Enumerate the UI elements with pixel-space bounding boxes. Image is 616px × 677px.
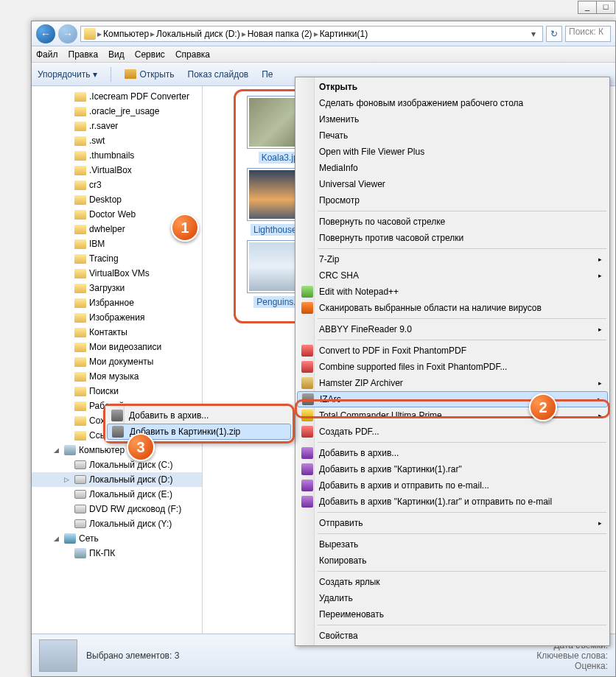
back-button[interactable]: ← <box>36 24 55 43</box>
context-menu-item[interactable]: Hamster ZIP Archiver▸ <box>297 375 608 391</box>
drive-icon <box>74 490 86 499</box>
folder-icon <box>74 239 86 249</box>
context-menu-item[interactable]: Повернуть по часовой стрелке <box>297 214 608 230</box>
tree-item[interactable]: Загрузки <box>32 281 202 295</box>
tree-item[interactable]: Локальный диск (E:) <box>32 487 202 502</box>
maximize-button[interactable]: □ <box>596 1 615 14</box>
refresh-button[interactable]: ↻ <box>546 26 562 42</box>
tree-label: Компьютер <box>79 445 125 455</box>
tree-item[interactable]: .oracle_jre_usage <box>32 104 202 119</box>
context-menu-item[interactable]: Combine supported files in Foxit Phantom… <box>297 359 608 375</box>
selection-count: Выбрано элементов: 3 <box>86 650 179 661</box>
tree-item[interactable]: Изображения <box>32 310 202 325</box>
context-menu-item[interactable]: Добавить в архив "Картинки(1).rar" и отп… <box>297 494 608 510</box>
breadcrumb-dropdown[interactable]: ▾ <box>528 29 539 39</box>
tree-item[interactable]: Локальный диск (Y:) <box>32 516 202 531</box>
menu-item-icon <box>301 302 313 314</box>
context-menu-item[interactable]: Создать ярлык <box>297 574 608 590</box>
tree-item[interactable]: .thumbnails <box>32 148 202 163</box>
search-input[interactable]: Поиск: К <box>565 26 611 42</box>
menu-item-label: Изменить <box>319 114 359 124</box>
context-menu-item[interactable]: Open with File Viewer Plus <box>297 144 608 160</box>
organize-button[interactable]: Упорядочить ▾ <box>38 69 97 80</box>
menu-separator <box>318 211 606 211</box>
menu-file[interactable]: Файл <box>36 49 58 60</box>
tree-item[interactable]: .swt <box>32 133 202 148</box>
context-menu-item[interactable]: Universal Viewer <box>297 176 608 192</box>
breadcrumb[interactable]: ▸ Компьютер ▸ Локальный диск (D:) ▸ Нова… <box>80 26 543 42</box>
tree-item[interactable]: ◢Сеть <box>32 531 202 546</box>
context-menu-item[interactable]: Сделать фоновым изображением рабочего ст… <box>297 95 608 111</box>
tree-item[interactable]: Мои документы <box>32 354 202 369</box>
context-menu-item[interactable]: IZArc▸ <box>297 391 608 407</box>
tree-label: Загрузки <box>89 283 125 293</box>
menu-edit[interactable]: Правка <box>69 49 99 60</box>
tree-item[interactable]: Контакты <box>32 325 202 340</box>
tree-label: .swt <box>89 136 105 146</box>
breadcrumb-sep: ▸ <box>314 29 318 39</box>
breadcrumb-item[interactable]: Картинки(1) <box>320 29 368 39</box>
context-menu-item[interactable]: Повернуть против часовой стрелки <box>297 230 608 246</box>
context-menu-item[interactable]: Просмотр <box>297 192 608 208</box>
forward-button[interactable]: → <box>58 24 77 43</box>
tree-item[interactable]: cr3 <box>32 178 202 192</box>
context-menu-item[interactable]: Создать PDF... <box>297 424 608 440</box>
tree-item[interactable]: VirtualBox VMs <box>32 266 202 281</box>
context-menu-item[interactable]: Изменить <box>297 111 608 127</box>
context-menu-item[interactable]: Вырезать <box>297 536 608 553</box>
context-menu-item[interactable]: Edit with Notepad++ <box>297 284 608 300</box>
context-menu-item[interactable]: Сканировать выбранные области на наличие… <box>297 300 608 316</box>
tree-item[interactable]: .VirtualBox <box>32 163 202 178</box>
tree-item[interactable]: Локальный диск (C:) <box>32 457 202 472</box>
context-menu-item[interactable]: Удалить <box>297 590 608 606</box>
context-menu-item[interactable]: 7-Zip▸ <box>297 251 608 267</box>
tree-item[interactable]: .r.saver <box>32 119 202 133</box>
open-icon <box>125 69 136 79</box>
tree-item[interactable]: Мои видеозаписи <box>32 340 202 354</box>
context-menu-item[interactable]: Печать <box>297 127 608 144</box>
breadcrumb-item[interactable]: Компьютер <box>103 29 149 39</box>
menu-view[interactable]: Вид <box>108 49 125 60</box>
folder-icon <box>74 107 86 116</box>
context-menu-item[interactable]: Добавить в архив "Картинки(1).rar" <box>297 461 608 477</box>
context-menu-item[interactable]: Convert to PDF in Foxit PhantomPDF <box>297 343 608 359</box>
tree-item[interactable]: ◢Компьютер <box>32 443 202 457</box>
tree-item[interactable]: Tracing <box>32 251 202 266</box>
breadcrumb-item[interactable]: Новая папка (2) <box>248 29 312 39</box>
tree-label: Tracing <box>89 253 119 264</box>
context-menu-item[interactable]: Переименовать <box>297 606 608 622</box>
minimize-button[interactable]: _ <box>578 1 597 14</box>
slideshow-button[interactable]: Показ слайдов <box>188 69 249 80</box>
menu-help[interactable]: Справка <box>175 49 210 60</box>
tree-item[interactable]: ▷Локальный диск (D:) <box>32 472 202 487</box>
folder-icon <box>74 136 86 146</box>
tree-item[interactable]: Моя музыка <box>32 369 202 384</box>
toolbar-more[interactable]: Пе <box>262 69 273 80</box>
context-menu-item[interactable]: Свойства <box>297 628 608 644</box>
menu-tools[interactable]: Сервис <box>135 49 165 60</box>
tree-item[interactable]: ПК-ПК <box>32 546 202 561</box>
tree-item[interactable]: DVD RW дисковод (F:) <box>32 502 202 516</box>
context-menu-item[interactable]: Добавить в архив... <box>297 445 608 461</box>
context-menu-item[interactable]: ABBYY FineReader 9.0▸ <box>297 321 608 337</box>
context-menu-item[interactable]: CRC SHA▸ <box>297 267 608 284</box>
tree-item[interactable]: Поиски <box>32 384 202 399</box>
context-menu-item[interactable]: Добавить в архив и отправить по e-mail..… <box>297 477 608 494</box>
tree-label: .thumbnails <box>89 150 134 161</box>
context-menu-item[interactable]: Копировать <box>297 553 608 569</box>
context-menu-item[interactable]: Отправить▸ <box>297 515 608 531</box>
navigation-tree[interactable]: .Icecream PDF Converter.oracle_jre_usage… <box>32 86 203 634</box>
breadcrumb-item[interactable]: Локальный диск (D:) <box>156 29 240 39</box>
menu-item-icon <box>112 426 124 438</box>
tree-item[interactable]: Desktop <box>32 192 202 207</box>
context-menu-item[interactable]: Открыть <box>297 79 608 95</box>
menu-item-icon <box>301 463 313 475</box>
submenu-item[interactable]: Добавить в архив... <box>107 407 291 424</box>
context-menu-item[interactable]: MediaInfo <box>297 160 608 176</box>
menu-item-icon <box>111 410 123 421</box>
tree-item[interactable]: Избранное <box>32 295 202 310</box>
tree-item[interactable]: .Icecream PDF Converter <box>32 89 202 104</box>
context-menu-item[interactable]: Total Commander Ultima Prime▸ <box>297 407 608 424</box>
context-menu[interactable]: ОткрытьСделать фоновым изображением рабо… <box>295 77 610 646</box>
open-button[interactable]: Открыть <box>125 69 174 80</box>
